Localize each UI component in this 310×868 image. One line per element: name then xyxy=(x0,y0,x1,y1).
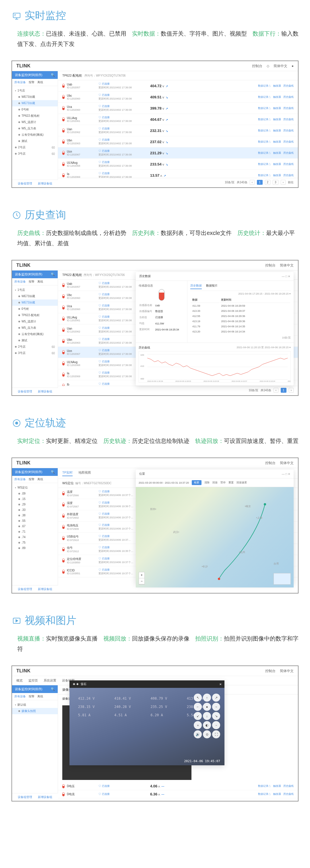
close-icon[interactable]: — □ ✕ xyxy=(282,472,290,475)
sidebar-add[interactable]: 新增设备组 xyxy=(38,182,52,186)
modal-title: 历史数据 xyxy=(139,274,151,278)
sidebar-tab-all[interactable]: 所有设备 xyxy=(15,80,26,84)
page-next[interactable]: › xyxy=(281,180,286,185)
sidebar-item[interactable]: WE73冷藏 xyxy=(12,300,58,306)
sidebar-item[interactable]: 3号店60 xyxy=(12,350,58,356)
sidebar-item[interactable]: W5_温度计 xyxy=(12,318,58,325)
sidebar-item[interactable]: ▾1号店 xyxy=(12,88,58,94)
data-row[interactable]: D电流已连接6.36A—数据记录△触发器历史曲线 xyxy=(58,790,298,798)
data-row[interactable]: D电压已连接4.06A—数据记录△触发器历史曲线 xyxy=(58,782,298,790)
data-row[interactable]: UcaID:1202060已连接更新时间:20210402 17:36:0839… xyxy=(58,103,298,114)
sidebar-item[interactable]: ▾1号店 xyxy=(12,287,58,293)
sidebar-item[interactable]: TP622-配电柜 xyxy=(12,312,58,318)
video-reading: 6.20 A xyxy=(151,713,180,717)
video-reading: 5.81 A xyxy=(78,713,107,717)
sidebar-item[interactable]: .75 xyxy=(12,540,58,545)
sidebar-item[interactable]: .74 xyxy=(12,534,58,540)
map-zoom[interactable]: +− xyxy=(139,572,145,585)
tab-data-report[interactable]: 数据报片 xyxy=(206,284,218,289)
video-reading: 408.79 V xyxy=(151,696,180,701)
svg-text:420: 420 xyxy=(140,354,144,356)
sidebar-item[interactable]: WE73冷藏 xyxy=(12,293,58,300)
data-row[interactable]: ULNAvgID:1202068已连接更新时间:20210402 17:36:0… xyxy=(58,159,298,170)
svg-point-17 xyxy=(264,503,266,505)
page-2[interactable]: 2 xyxy=(265,180,271,185)
sidebar-item[interactable]: 0号柜 xyxy=(12,306,58,312)
sidebar-tab-alarm[interactable]: 报警 xyxy=(29,80,34,84)
date-range-picker[interactable]: 2021-04-06 17:28:15 - 2021-04-06 19:28:1… xyxy=(190,292,291,295)
notification-icon[interactable]: ◇ xyxy=(267,64,269,68)
sidebar-item[interactable]: 摄像头拍照 xyxy=(12,708,58,714)
data-row[interactable]: IaID:1202069已连接更新时间:20210402 17:36:0813.… xyxy=(58,170,298,178)
close-icon[interactable]: ✕ xyxy=(219,683,222,686)
svg-text:2022-04-08 15:20:24: 2022-04-08 15:20:24 xyxy=(259,380,275,382)
data-row[interactable]: 平均电流已连接数据记录△触发器历史曲线 xyxy=(58,798,298,800)
video-modal: ✦✦ 萤石 ✕ 412.24 V418.41 V408.79 V413.14 V… xyxy=(69,680,224,765)
sidebar-item[interactable]: 云有空电柜(离线) xyxy=(12,331,58,337)
data-row[interactable]: UbcID:1202060已连接更新时间:20210402 17:36:0840… xyxy=(58,92,298,103)
page-3[interactable]: 3 xyxy=(273,180,278,185)
sidebar-item[interactable]: 测试 xyxy=(12,337,58,344)
data-row[interactable]: UcnID:1202067已连接更新时间:20210402 17:36:0823… xyxy=(58,148,298,159)
sidebar-manage[interactable]: 设备组管理 xyxy=(18,182,32,186)
sidebar-item[interactable]: .33 xyxy=(12,507,58,513)
page-1[interactable]: 1 xyxy=(257,180,263,185)
sidebar-item[interactable]: 2号店60 xyxy=(12,344,58,350)
close-icon[interactable]: — □ ✕ xyxy=(282,275,290,278)
sidebar-item[interactable]: .67 xyxy=(12,524,58,529)
data-row[interactable]: UanID:1202062已连接更新时间:20210402 17:36:0823… xyxy=(58,125,298,136)
data-row[interactable]: ULLAvgID:1202061已连接更新时间:20210402 17:36:0… xyxy=(58,114,298,125)
sidebar-item[interactable]: 云有空电柜(离线) xyxy=(12,132,58,138)
svg-text:•杭州: •杭州 xyxy=(239,551,245,554)
map-canvas[interactable]: 郑州• 武汉• •南京 •上海 •长沙 •杭州 台湾 +− xyxy=(136,487,293,587)
tab-realtime[interactable]: TP实时 xyxy=(62,470,73,476)
sidebar-item[interactable]: .15 xyxy=(12,496,58,502)
sidebar-item[interactable]: .55 xyxy=(12,518,58,524)
sidebar-item[interactable]: ▾默认组 xyxy=(12,702,58,708)
sidebar-item[interactable]: ▾WS定位 xyxy=(12,485,58,491)
sidebar-item[interactable]: WE73冷藏 xyxy=(12,94,58,100)
sidebar-item[interactable]: 0号柜 xyxy=(12,106,58,113)
lang-switch[interactable]: 简体中文 xyxy=(274,64,287,68)
svg-text:400: 400 xyxy=(140,377,144,380)
svg-text:2022-04-08 13:25:30: 2022-04-08 13:25:30 xyxy=(203,380,219,382)
sidebar-item[interactable]: W5_压力表 xyxy=(12,325,58,331)
search-button[interactable]: 检索 xyxy=(192,480,201,485)
page-prev[interactable]: ‹ xyxy=(250,180,255,185)
svg-text:2022-04-08 12:28:03: 2022-04-08 12:28:03 xyxy=(175,380,191,382)
sidebar-item[interactable]: .38 xyxy=(12,513,58,518)
sidebar-item[interactable]: .71 xyxy=(12,529,58,534)
map-date-range[interactable]: 2021-03-20 00:00:00 - 2021-03-31 19:37:2… xyxy=(139,481,189,484)
sidebar-item[interactable]: TP622-配电柜 xyxy=(12,113,58,119)
svg-text:2022-04-08 16:17:51: 2022-04-08 16:17:51 xyxy=(288,380,290,382)
ptz-controls[interactable]: ↖↑↗ ←●→ ↙↓↘ ＋◐－ 🔊⊙⛶ xyxy=(194,693,220,738)
sidebar-item[interactable]: 测试 xyxy=(12,138,58,144)
video-reading: 235.25 V xyxy=(151,705,180,709)
sidebar-item[interactable]: .09 xyxy=(12,491,58,496)
sidebar-item[interactable]: .29 xyxy=(12,502,58,507)
sidebar-item[interactable]: .89 xyxy=(12,545,58,551)
tab-history-data[interactable]: 历史数据 xyxy=(190,284,202,289)
data-row[interactable]: UbnID:1202063已连接更新时间:20210402 17:36:0823… xyxy=(58,136,298,148)
data-row[interactable]: UabID:1202057已连接更新时间:20210402 17:36:0840… xyxy=(58,80,298,92)
video-reading: 238.15 V xyxy=(78,705,107,709)
avatar[interactable]: ● xyxy=(292,64,293,68)
section-title-monitor: 实时监控 xyxy=(11,9,299,23)
clear-button[interactable]: 清除 xyxy=(204,481,209,485)
sidebar-tab-offline[interactable]: 离线 xyxy=(37,80,43,84)
map-modal: 位置 — □ ✕ 2021-03-20 00:00:00 - 2021-03-3… xyxy=(136,470,293,584)
sidebar-item[interactable]: W5_温度计 xyxy=(12,119,58,125)
sidebar-item[interactable]: 3号店60 xyxy=(12,151,58,157)
tab-mapview[interactable]: 地图视图 xyxy=(78,470,91,476)
sidebar-item[interactable]: WE73冷藏 xyxy=(12,100,58,106)
svg-text:•长沙: •长沙 xyxy=(202,565,208,568)
chart-date-picker[interactable]: 2021-04-06 11:20:15 至 2021-04-06 16:28:1… xyxy=(236,346,291,350)
map-minimap[interactable] xyxy=(274,573,291,585)
topbar-console[interactable]: 控制台 xyxy=(252,64,262,68)
sidebar-item[interactable]: 2号店60 xyxy=(12,144,58,151)
section-desc: 历史曲线：历史数据绘制成曲线，分析趋势 历史列表：数据列表，可导出excle文件… xyxy=(11,228,299,248)
sidebar-header: 设备监控(时间排序)🔍 xyxy=(12,71,58,79)
section-desc: 实时定位：实时更新、精准定位 历史轨迹：历史定位信息绘制轨迹 轨迹回放：可设置回… xyxy=(11,436,299,446)
sidebar-item[interactable]: W5_压力表 xyxy=(12,125,58,132)
monitor-icon xyxy=(11,10,22,21)
